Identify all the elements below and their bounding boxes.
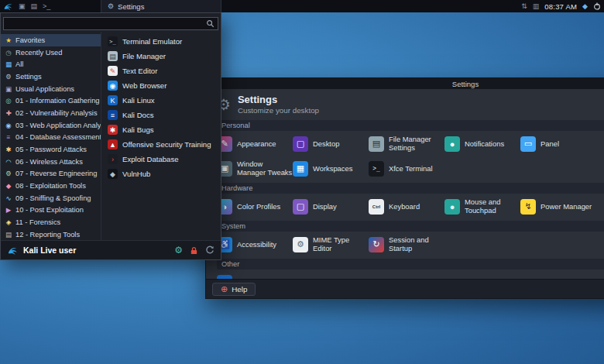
settings-tile[interactable]: ▦ Workspaces xyxy=(293,158,369,180)
menu-item-label: VulnHub xyxy=(122,170,150,178)
menu-item-label: Kali Docs xyxy=(122,111,154,119)
lock-screen-icon[interactable] xyxy=(190,246,198,255)
settings-tile[interactable]: ▤ File Manager Settings xyxy=(369,133,444,155)
menu-item-icon: ▲ xyxy=(108,139,118,149)
menu-item-icon: ≡ xyxy=(108,110,118,120)
menu-item[interactable]: >_ Terminal Emulator xyxy=(105,34,218,49)
menu-item[interactable]: ✎ Text Editor xyxy=(105,64,218,78)
tile-label: Display xyxy=(313,203,337,211)
terminal-launcher-icon[interactable]: >_ xyxy=(43,0,50,12)
menu-category[interactable]: ◠ 06 - Wireless Attacks xyxy=(1,156,101,168)
menu-category[interactable]: ⚙ 07 - Reverse Engineering xyxy=(1,168,101,180)
settings-tile[interactable]: ♿ Accessibility xyxy=(217,234,293,256)
panel-right-group: ⇅ ▥ 08:37 AM ◆ xyxy=(521,0,601,12)
menu-category[interactable]: ◆ 08 - Exploitation Tools xyxy=(1,180,101,192)
settings-tile[interactable]: ⚙ MIME Type Editor xyxy=(293,234,369,256)
power-tray-icon[interactable] xyxy=(593,2,601,10)
category-label: Recently Used xyxy=(15,49,62,57)
menu-category[interactable]: ≡ 04 - Database Assessment xyxy=(1,132,101,144)
section-label: Personal xyxy=(217,120,604,131)
settings-section: System ♿ Accessibility ⚙ MIME Type Edito… xyxy=(217,221,604,256)
tile-icon: ▢ xyxy=(293,136,308,152)
menu-item-icon: >_ xyxy=(108,36,118,46)
menu-category[interactable]: ◎ 01 - Information Gathering xyxy=(1,94,101,107)
menu-category[interactable]: ◷ Recently Used xyxy=(1,46,101,59)
menu-item[interactable]: ▲ Offensive Security Training xyxy=(105,137,218,152)
menu-item-icon: ▤ xyxy=(108,51,118,61)
category-icon: ◈ xyxy=(5,218,12,226)
menu-category[interactable]: ▦ All xyxy=(1,58,101,70)
menu-category[interactable]: ◈ 11 - Forensics xyxy=(1,216,101,228)
menu-item[interactable]: ▤ File Manager xyxy=(105,49,218,64)
menu-item[interactable]: ✱ Kali Bugs xyxy=(105,122,218,137)
menu-body: ★ Favorites ◷ Recently Used ▦ All ⚙ Sett… xyxy=(1,32,221,240)
category-icon: ◷ xyxy=(5,49,12,57)
menu-category[interactable]: ✱ 05 - Password Attacks xyxy=(1,143,101,156)
settings-tile[interactable]: ▢ Desktop xyxy=(293,133,369,155)
panel-launcher-icon[interactable]: ▣ xyxy=(19,0,26,12)
settings-tile[interactable]: Ctrl Keyboard xyxy=(369,196,444,218)
settings-tile[interactable]: >_ Xfce Terminal xyxy=(369,158,444,180)
tile-grid: ♿ Accessibility ⚙ MIME Type Editor ↻ Ses… xyxy=(217,234,604,256)
menu-item[interactable]: ◉ Web Browser xyxy=(105,78,218,93)
menu-category[interactable]: ✚ 02 - Vulnerability Analysis xyxy=(1,107,101,119)
user-avatar-icon xyxy=(7,245,19,256)
settings-subtitle: Customize your desktop xyxy=(238,106,319,115)
application-menu: ★ Favorites ◷ Recently Used ▦ All ⚙ Sett… xyxy=(0,12,221,260)
menu-category[interactable]: ▶ 10 - Post Exploitation xyxy=(1,204,101,217)
settings-tile[interactable]: ● Notifications xyxy=(444,133,520,155)
status-tray-icon[interactable]: ◆ xyxy=(582,0,588,12)
settings-tile[interactable]: ▭ Panel xyxy=(520,133,596,155)
panel-left-group: ▣ ▤ >_ xyxy=(0,0,50,12)
menu-item-label: Text Editor xyxy=(122,67,157,75)
menu-category[interactable]: ▤ 12 - Reporting Tools xyxy=(1,228,101,240)
tile-label: File Manager Settings xyxy=(389,136,444,152)
tile-grid: ◑ Color Profiles ▢ Display Ctrl Keyboard… xyxy=(217,196,604,218)
settings-tile[interactable]: ↯ Power Manager xyxy=(520,196,596,218)
search-input[interactable] xyxy=(3,17,218,30)
settings-tile[interactable]: ↻ Session and Startup xyxy=(369,234,444,256)
menu-category[interactable]: ★ Favorites xyxy=(1,34,101,46)
category-icon: ▶ xyxy=(5,206,12,214)
volume-tray-icon[interactable]: ▥ xyxy=(533,0,540,12)
menu-item[interactable]: › Exploit Database xyxy=(105,152,218,167)
tile-label: Workspaces xyxy=(313,165,352,173)
tile-label: Window Manager Tweaks xyxy=(237,160,293,177)
kali-logo-icon xyxy=(3,2,13,12)
all-settings-icon[interactable]: ⚙ xyxy=(174,246,183,255)
category-icon: ✚ xyxy=(5,109,12,117)
menu-item[interactable]: ◆ VulnHub xyxy=(105,167,218,181)
menu-category[interactable]: ⚙ Settings xyxy=(1,70,101,83)
settings-tile[interactable]: ● Mouse and Touchpad xyxy=(444,196,520,218)
help-button[interactable]: ⊕ Help xyxy=(212,283,256,296)
settings-header: ⚙ Settings Customize your desktop xyxy=(206,89,604,118)
taskbar-window-button[interactable]: ⚙ Settings xyxy=(101,0,221,12)
tile-label: Power Manager xyxy=(541,203,592,211)
settings-tile[interactable]: ◑ Color Profiles xyxy=(217,196,293,218)
clock[interactable]: 08:37 AM xyxy=(544,2,577,11)
menu-item[interactable]: ≡ Kali Docs xyxy=(105,108,218,122)
menu-item[interactable]: K Kali Linux xyxy=(105,93,218,108)
menu-category[interactable]: ◉ 03 - Web Application Analysis xyxy=(1,119,101,132)
category-label: Favorites xyxy=(15,36,45,44)
app-menu-button[interactable] xyxy=(3,2,13,12)
category-label: 10 - Post Exploitation xyxy=(15,206,84,214)
menu-category-list: ★ Favorites ◷ Recently Used ▦ All ⚙ Sett… xyxy=(1,32,101,240)
category-label: All xyxy=(15,60,23,68)
logout-icon[interactable] xyxy=(205,246,214,255)
menu-category[interactable]: ▣ Usual Applications xyxy=(1,83,101,95)
tile-icon: >_ xyxy=(369,161,384,177)
menu-item-icon: › xyxy=(108,154,118,164)
settings-tile[interactable]: ✎ Appearance xyxy=(217,133,293,155)
settings-tile[interactable]: ▣ Window Manager Tweaks xyxy=(217,158,293,180)
tile-label: Session and Startup xyxy=(389,236,444,252)
menu-item-label: Web Browser xyxy=(122,81,166,90)
panel-launcher-icon[interactable]: ▤ xyxy=(31,0,38,12)
network-tray-icon[interactable]: ⇅ xyxy=(521,0,527,12)
settings-tile[interactable]: ▢ Display xyxy=(293,196,369,218)
menu-item-label: File Manager xyxy=(122,52,166,60)
window-titlebar[interactable]: Settings xyxy=(206,78,604,89)
category-label: 07 - Reverse Engineering xyxy=(15,170,97,177)
menu-category[interactable]: ∿ 09 - Sniffing & Spoofing xyxy=(1,192,101,204)
tile-icon: ⚙ xyxy=(293,237,308,252)
